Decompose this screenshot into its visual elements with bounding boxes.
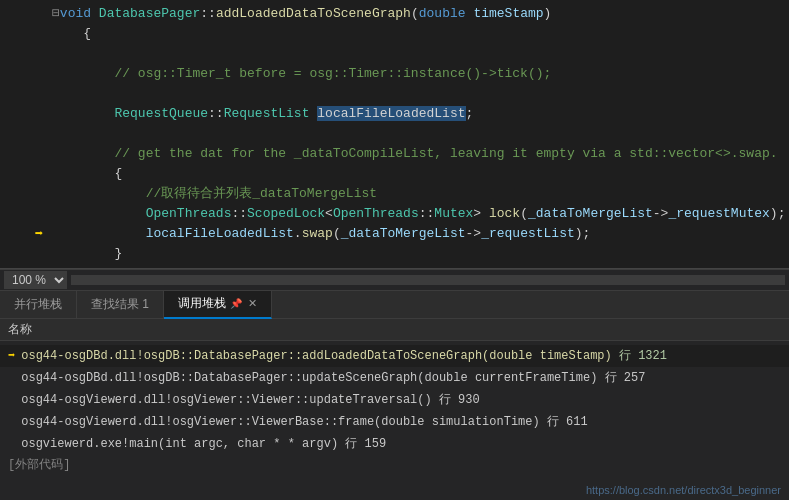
editor-area: ⊟void DatabasePager::addLoadedDataToScen…	[0, 0, 789, 269]
status-bar: 100 %	[0, 269, 789, 291]
stack-text-4: osgviewerd.exe!main(int argc, char * * a…	[21, 434, 386, 454]
tab-call-stack[interactable]: 调用堆栈 📌 ✕	[164, 291, 272, 319]
stack-text-3: osg44-osgViewerd.dll!osgViewer::ViewerBa…	[21, 412, 588, 432]
panel-tabs: 并行堆栈 查找结果 1 调用堆栈 📌 ✕	[0, 291, 789, 319]
code-lines: ⊟void DatabasePager::addLoadedDataToScen…	[0, 4, 789, 264]
pin-icon[interactable]: 📌	[230, 298, 242, 309]
external-code: [外部代码]	[0, 455, 789, 474]
close-tab-icon[interactable]: ✕	[248, 297, 257, 310]
panel-content: 名称 ➡ osg44-osgDBd.dll!osgDB::DatabasePag…	[0, 319, 789, 500]
code-line-9: {	[0, 164, 789, 184]
stack-item-4[interactable]: ➡ osgviewerd.exe!main(int argc, char * *…	[0, 433, 789, 455]
code-line-6: RequestQueue::RequestList localFileLoade…	[0, 104, 789, 124]
line-content-9: {	[48, 164, 789, 184]
line-content-7	[48, 124, 789, 144]
code-line-1: ⊟void DatabasePager::addLoadedDataToScen…	[0, 4, 789, 24]
panel-header: 名称	[0, 319, 789, 341]
code-line-12: ➡ localFileLoadedList.swap(_dataToMergeL…	[0, 224, 789, 244]
code-line-7	[0, 124, 789, 144]
code-line-8: // get the dat for the _dataToCompileLis…	[0, 144, 789, 164]
code-line-10: //取得待合并列表_dataToMergeList	[0, 184, 789, 204]
tab-parallel-stack[interactable]: 并行堆栈	[0, 291, 77, 319]
code-line-11: OpenThreads::ScopedLock<OpenThreads::Mut…	[0, 204, 789, 224]
tab-call-stack-label: 调用堆栈	[178, 295, 226, 312]
line-content-13: }	[48, 244, 789, 264]
stack-item-0[interactable]: ➡ osg44-osgDBd.dll!osgDB::DatabasePager:…	[0, 345, 789, 367]
zoom-select[interactable]: 100 %	[4, 271, 67, 289]
line-content-12: localFileLoadedList.swap(_dataToMergeLis…	[48, 224, 789, 244]
watermark: https://blog.csdn.net/directx3d_beginner	[586, 484, 781, 496]
line-content-2: {	[48, 24, 789, 44]
line-content-10: //取得待合并列表_dataToMergeList	[48, 184, 789, 204]
column-header-name: 名称	[8, 321, 32, 338]
tab-find-results[interactable]: 查找结果 1	[77, 291, 164, 319]
stack-text-1: osg44-osgDBd.dll!osgDB::DatabasePager::u…	[21, 368, 645, 388]
code-line-2: {	[0, 24, 789, 44]
collapse-icon-1[interactable]: ⊟	[52, 6, 60, 21]
line-content-1: ⊟void DatabasePager::addLoadedDataToScen…	[48, 4, 789, 24]
code-line-3	[0, 44, 789, 64]
stack-item-2[interactable]: ➡ osg44-osgViewerd.dll!osgViewer::Viewer…	[0, 389, 789, 411]
line-content-4: // osg::Timer_t before = osg::Timer::ins…	[48, 64, 789, 84]
code-line-13: }	[0, 244, 789, 264]
stack-text-0: osg44-osgDBd.dll!osgDB::DatabasePager::a…	[21, 346, 667, 366]
stack-item-1[interactable]: ➡ osg44-osgDBd.dll!osgDB::DatabasePager:…	[0, 367, 789, 389]
stack-text-2: osg44-osgViewerd.dll!osgViewer::Viewer::…	[21, 390, 479, 410]
code-line-4: // osg::Timer_t before = osg::Timer::ins…	[0, 64, 789, 84]
bottom-panel: 并行堆栈 查找结果 1 调用堆栈 📌 ✕ 名称 ➡ osg44-osgDBd.d…	[0, 291, 789, 500]
current-frame-arrow: ➡	[8, 346, 15, 366]
line-content-3	[48, 44, 789, 64]
line-arrow-12: ➡	[30, 224, 48, 244]
line-content-5	[48, 84, 789, 104]
code-editor: ⊟void DatabasePager::addLoadedDataToScen…	[0, 0, 789, 291]
line-content-6: RequestQueue::RequestList localFileLoade…	[48, 104, 789, 124]
line-content-8: // get the dat for the _dataToCompileLis…	[48, 144, 789, 164]
stack-item-3[interactable]: ➡ osg44-osgViewerd.dll!osgViewer::Viewer…	[0, 411, 789, 433]
call-stack-list[interactable]: ➡ osg44-osgDBd.dll!osgDB::DatabasePager:…	[0, 341, 789, 500]
horizontal-scrollbar[interactable]	[71, 275, 785, 285]
line-content-11: OpenThreads::ScopedLock<OpenThreads::Mut…	[48, 204, 789, 224]
code-line-5	[0, 84, 789, 104]
